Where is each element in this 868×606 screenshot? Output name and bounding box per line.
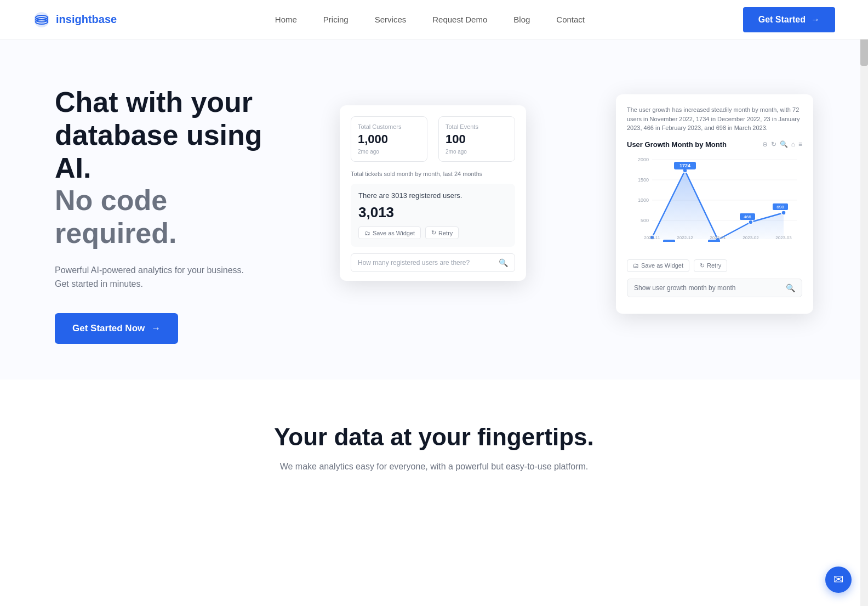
brand-name: insightbase	[56, 13, 117, 26]
nav-request-demo[interactable]: Request Demo	[432, 15, 487, 24]
nav-contact[interactable]: Contact	[556, 15, 585, 24]
stat-events-time: 2mo ago	[446, 149, 508, 155]
svg-text:2023-03: 2023-03	[775, 235, 792, 240]
svg-text:2023-01: 2023-01	[710, 235, 726, 240]
chart-icon-minus[interactable]: ⊖	[762, 140, 768, 148]
chart-title: User Growth Month by Month	[627, 140, 727, 149]
hero-cta-label: Get Started Now	[72, 323, 145, 334]
svg-text:2023-02: 2023-02	[743, 235, 759, 240]
logo[interactable]: insightbase	[33, 11, 117, 29]
mockup-section-title: Total tickets sold month by month, last …	[351, 171, 515, 177]
front-retry-icon: ↻	[700, 262, 705, 269]
mockup-front-card: The user growth has increased steadily m…	[616, 94, 813, 314]
svg-point-16	[749, 220, 753, 224]
chart-title-row: User Growth Month by Month ⊖ ↻ 🔍 ⌂ ≡	[627, 140, 802, 149]
save-widget-label: Save as Widget	[373, 230, 415, 236]
hero-cta-button[interactable]: Get Started Now →	[55, 313, 178, 344]
nav-services[interactable]: Services	[375, 15, 407, 24]
front-save-icon: 🗂	[633, 262, 639, 269]
mockup-chat-response: There are 3013 registered users. 3,013 🗂…	[351, 184, 515, 247]
retry-label: Retry	[438, 230, 453, 236]
hero-cta-arrow: →	[151, 323, 161, 334]
svg-text:2000: 2000	[638, 157, 649, 162]
svg-text:1500: 1500	[638, 177, 649, 183]
hero-section: Chat with your database using AI. No cod…	[0, 39, 868, 380]
section2-subtitle: We make analytics easy for everyone, wit…	[270, 460, 598, 474]
chat-value: 3,013	[358, 204, 507, 221]
nav-links: Home Pricing Services Request Demo Blog …	[275, 15, 585, 25]
section2: Your data at your fingertips. We make an…	[0, 380, 868, 518]
chart-container: 2000 1500 1000 500	[627, 154, 802, 253]
chart-icon-search[interactable]: 🔍	[780, 140, 788, 148]
nav-blog[interactable]: Blog	[513, 15, 530, 24]
retry-icon: ↻	[431, 229, 436, 236]
front-retry-label: Retry	[707, 262, 721, 269]
front-input-text: Show user growth month by month	[634, 284, 786, 292]
hero-title-line1: Chat with your	[55, 86, 253, 118]
logo-icon	[33, 11, 50, 29]
stat-events-value: 100	[446, 132, 508, 146]
nav-pricing[interactable]: Pricing	[323, 15, 349, 24]
front-description: The user growth has increased steadily m…	[627, 105, 802, 133]
nav-cta-arrow: →	[811, 15, 820, 25]
chat-text: There are 3013 registered users.	[358, 191, 507, 200]
front-search-icon: 🔍	[786, 284, 795, 292]
nav-home[interactable]: Home	[275, 15, 297, 24]
svg-text:500: 500	[641, 218, 649, 223]
mockup-input-text: How many registered users are there?	[358, 259, 499, 267]
chart-icon-refresh[interactable]: ↻	[771, 140, 776, 148]
navbar: insightbase Home Pricing Services Reques…	[0, 0, 868, 39]
chart-icon-home[interactable]: ⌂	[791, 140, 795, 148]
hero-title-line2: database using AI.	[55, 119, 262, 184]
front-input-area[interactable]: Show user growth month by month 🔍	[627, 279, 802, 297]
retry-btn[interactable]: ↻ Retry	[425, 226, 459, 239]
svg-text:23: 23	[712, 241, 717, 242]
svg-text:1724: 1724	[679, 163, 690, 168]
chart-icon-buttons: ⊖ ↻ 🔍 ⌂ ≡	[762, 140, 802, 148]
svg-marker-12	[652, 171, 784, 240]
front-save-widget-btn[interactable]: 🗂 Save as Widget	[627, 259, 689, 272]
hero-subtitle: Powerful AI-powered analytics for your b…	[55, 263, 296, 291]
stat-events: Total Events 100 2mo ago	[438, 116, 515, 162]
nav-cta-button[interactable]: Get Started →	[743, 7, 835, 32]
svg-text:698: 698	[776, 205, 784, 209]
svg-text:1000: 1000	[638, 197, 649, 203]
svg-text:2022-12: 2022-12	[677, 235, 693, 240]
scrollbar[interactable]	[860, 0, 868, 518]
front-retry-btn[interactable]: ↻ Retry	[694, 259, 727, 272]
hero-title: Chat with your database using AI. No cod…	[55, 86, 296, 250]
hero-subtitle-line1: Powerful AI-powered analytics for your b…	[55, 265, 244, 275]
hero-left: Chat with your database using AI. No cod…	[55, 86, 296, 344]
stat-customers-label: Total Customers	[358, 123, 420, 130]
stat-customers-time: 2mo ago	[358, 149, 420, 155]
stat-customers-value: 1,000	[358, 132, 420, 146]
section2-title: Your data at your fingertips.	[33, 423, 835, 451]
hero-right: Total Customers 1,000 2mo ago Total Even…	[329, 83, 835, 347]
svg-text:466: 466	[744, 214, 751, 219]
front-actions: 🗂 Save as Widget ↻ Retry	[627, 259, 802, 272]
mockup-stats-row: Total Customers 1,000 2mo ago Total Even…	[351, 116, 515, 162]
svg-point-17	[781, 211, 786, 215]
mockup-back-card: Total Customers 1,000 2mo ago Total Even…	[340, 105, 526, 281]
mockup-input-area[interactable]: How many registered users are there? 🔍	[351, 253, 515, 272]
hero-subtitle-line2: Get started in minutes.	[55, 279, 143, 288]
save-widget-btn[interactable]: 🗂 Save as Widget	[358, 226, 421, 239]
nav-cta-label: Get Started	[758, 15, 806, 25]
svg-text:72: 72	[667, 241, 672, 242]
front-save-label: Save as Widget	[641, 262, 683, 269]
svg-text:2022-11: 2022-11	[644, 235, 660, 240]
save-icon: 🗂	[364, 230, 370, 236]
hero-title-line3: No code required.	[55, 184, 177, 249]
chart-icon-menu[interactable]: ≡	[798, 140, 802, 148]
stat-customers: Total Customers 1,000 2mo ago	[351, 116, 427, 162]
search-icon: 🔍	[499, 258, 508, 267]
chat-buttons: 🗂 Save as Widget ↻ Retry	[358, 226, 507, 239]
chart-svg: 2000 1500 1000 500	[627, 154, 802, 242]
stat-events-label: Total Events	[446, 123, 508, 130]
